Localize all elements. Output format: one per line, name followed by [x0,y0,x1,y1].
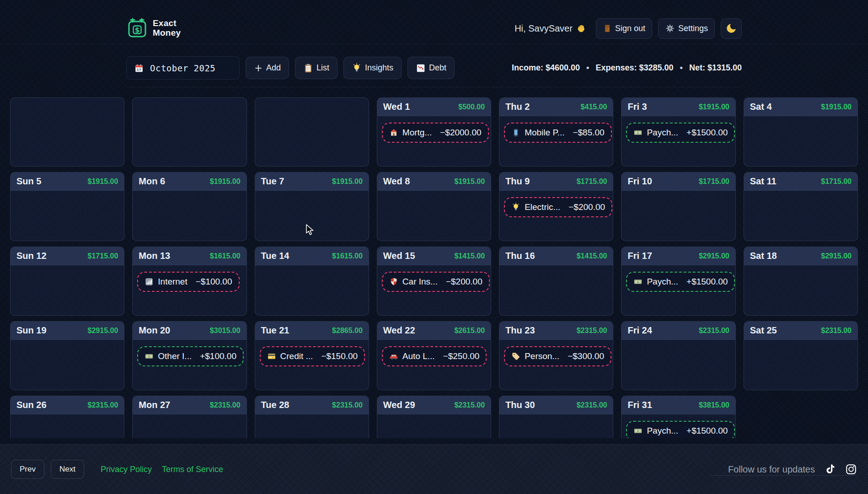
day-label: Wed 8 [383,176,410,187]
prev-month-button[interactable]: Prev [11,460,44,479]
day-events [744,265,857,272]
calendar-cell[interactable]: Wed 29$2315.00 [377,396,491,438]
day-events: Other I...+$100.00 [133,340,246,366]
calendar-cell[interactable]: Mon 6$1915.00 [132,172,246,241]
calendar-cell[interactable]: Wed 22$2615.00Auto L...−$250.00 [377,321,491,390]
calendar-cell[interactable]: Fri 10$1715.00 [621,172,735,241]
day-events [11,191,124,197]
calendar-cell[interactable]: Sat 18$2915.00 [744,247,858,316]
month-select[interactable]: October 2025 [126,56,240,80]
month-summary: Income: $4600.00 • Expenses: $3285.00 • … [512,63,742,73]
instagram-icon [845,463,857,475]
expenses-label: Expenses: [595,63,637,72]
calendar-cell[interactable]: Thu 9$1715.00Electric...−$200.00 [499,172,613,241]
transaction-pill[interactable]: Auto L...−$250.00 [382,346,487,366]
settings-button[interactable]: Settings [658,18,715,39]
transaction-pill[interactable]: Mobile P...−$85.00 [504,123,612,143]
signal-icon [145,277,154,286]
day-balance: $1915.00 [821,103,852,111]
calendar-cell[interactable]: Thu 16$1415.00 [499,247,613,316]
day-label: Fri 31 [627,400,652,410]
calendar-cell[interactable]: Wed 8$1915.00 [377,172,491,241]
day-events [744,191,857,197]
day-label: Mon 27 [139,400,170,410]
sign-out-button[interactable]: Sign out [596,18,652,39]
debt-button[interactable]: Debt [407,57,455,79]
calendar-cell[interactable]: Wed 1$500.00Mortg...−$2000.00 [377,97,491,166]
calendar-cell[interactable]: Tue 28$2315.00 [255,396,369,438]
transaction-pill[interactable]: Paych...+$1500.00 [626,421,735,438]
transaction-pill[interactable]: Credit ...−$150.00 [260,346,365,366]
calendar-cell[interactable]: Sun 26$2315.00 [10,396,124,438]
transaction-pill[interactable]: Paych...+$1500.00 [626,272,735,292]
calendar-cell[interactable]: Thu 2$415.00Mobile P...−$85.00 [499,97,613,166]
calendar-cell[interactable]: Sun 19$2915.00 [10,321,124,390]
transaction-pill[interactable]: Electric...−$200.00 [504,197,612,217]
add-button[interactable]: Add [246,57,289,79]
debt-label: Debt [429,63,446,73]
day-label: Sat 18 [750,251,777,261]
calendar-cell[interactable]: Sat 25$2315.00 [744,321,858,390]
calendar-cell[interactable]: Sun 5$1915.00 [10,172,124,241]
calendar-cell[interactable]: Mon 20$3015.00Other I...+$100.00 [132,321,246,390]
tiktok-button[interactable] [824,463,836,475]
day-label: Fri 10 [627,176,652,187]
calendar-cell[interactable]: Sat 11$1715.00 [744,172,858,241]
day-balance: $415.00 [581,103,607,111]
day-header: Sat 4$1915.00 [744,98,857,116]
calendar-cell[interactable]: Fri 17$2915.00Paych...+$1500.00 [621,247,735,316]
calendar-cell[interactable]: Wed 15$1415.00Car Ins...−$200.00 [377,247,491,316]
calendar-cell[interactable]: Thu 30$2315.00 [499,396,613,438]
day-header: Mon 6$1915.00 [133,172,246,191]
transaction-pill[interactable]: Internet−$100.00 [137,272,239,292]
day-label: Tue 14 [261,251,289,261]
calendar-cell[interactable]: Fri 31$3815.00Paych...+$1500.00 [621,396,735,438]
day-label: Sun 5 [16,176,41,187]
day-balance: $2915.00 [699,252,729,260]
calendar-cell[interactable]: Fri 24$2315.00 [621,321,735,390]
transaction-pill[interactable]: Paych...+$1500.00 [626,123,735,143]
insights-button[interactable]: Insights [343,57,402,79]
day-header: Sat 18$2915.00 [744,247,857,265]
day-balance: $1715.00 [699,177,729,186]
calendar-cell[interactable]: Mon 13$1615.00Internet−$100.00 [132,247,246,316]
calendar-grid: Wed 1$500.00Mortg...−$2000.00Thu 2$415.0… [10,97,858,438]
calendar-cell[interactable]: Sat 4$1915.00 [744,97,858,166]
calendar-cell[interactable]: Mon 27$2315.00 [132,396,246,438]
day-events: Electric...−$200.00 [499,191,613,217]
transaction-label: Paych... [647,277,678,287]
transaction-pill[interactable]: Person...−$300.00 [504,346,611,366]
day-header: Fri 10$1715.00 [622,172,735,191]
day-label: Mon 13 [139,251,170,261]
day-events [11,414,124,421]
day-events [11,340,124,346]
list-button[interactable]: List [295,57,338,79]
transaction-pill[interactable]: Mortg...−$2000.00 [382,123,489,143]
calendar-cell[interactable]: Tue 21$2865.00Credit ...−$150.00 [255,321,369,390]
calendar-cell[interactable]: Thu 23$2315.00Person...−$300.00 [499,321,613,390]
day-label: Fri 17 [627,251,652,261]
instagram-button[interactable] [845,463,857,475]
day-events: Paych...+$1500.00 [622,265,735,292]
transaction-pill[interactable]: Car Ins...−$200.00 [382,272,490,292]
theme-toggle-button[interactable] [721,18,742,39]
day-header: Wed 29$2315.00 [377,396,491,414]
day-balance: $2315.00 [821,327,852,335]
terms-of-service-link[interactable]: Terms of Service [162,465,223,474]
transaction-label: Person... [525,351,559,361]
day-header: Mon 27$2315.00 [133,396,246,414]
calendar-cell[interactable]: Fri 3$1915.00Paych...+$1500.00 [621,97,735,166]
transaction-pill[interactable]: Other I...+$100.00 [137,346,244,366]
calendar-cell[interactable]: Sun 12$1715.00 [10,247,124,316]
day-header: Thu 16$1415.00 [499,247,613,265]
next-month-button[interactable]: Next [51,460,84,479]
add-label: Add [266,63,281,73]
calendar-icon [134,63,144,73]
day-balance: $1915.00 [454,177,485,186]
tiktok-icon [824,463,836,475]
day-events: Mobile P...−$85.00 [499,116,613,143]
day-label: Tue 21 [261,325,289,336]
privacy-policy-link[interactable]: Privacy Policy [101,465,152,474]
calendar-cell[interactable]: Tue 14$1615.00 [255,247,369,316]
day-header: Fri 24$2315.00 [622,322,735,340]
